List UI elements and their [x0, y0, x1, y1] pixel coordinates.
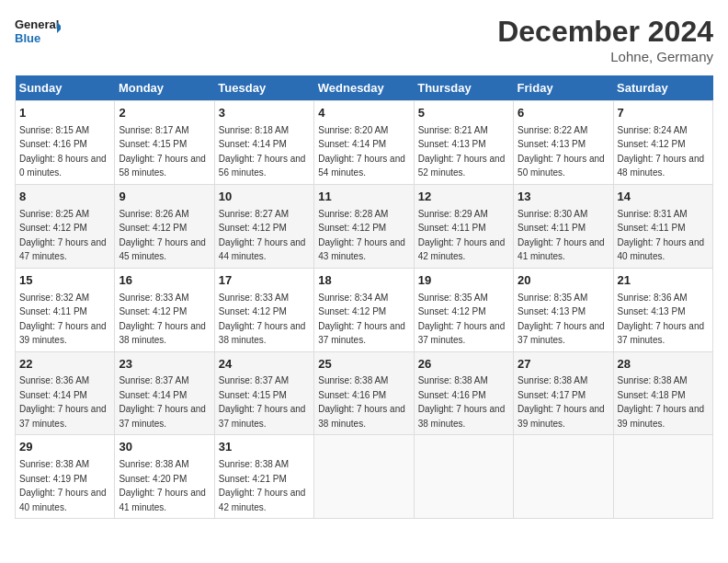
daylight-text: Daylight: 7 hours and 42 minutes. [219, 488, 306, 512]
sunset-text: Sunset: 4:20 PM [119, 474, 187, 484]
daylight-text: Daylight: 7 hours and 38 minutes. [418, 404, 506, 429]
day-number: 20 [518, 272, 609, 290]
sunset-text: Sunset: 4:16 PM [19, 139, 87, 149]
daylight-text: Daylight: 7 hours and 45 minutes. [119, 237, 206, 262]
calendar-week-row: 29 Sunrise: 8:38 AM Sunset: 4:19 PM Dayl… [16, 435, 713, 519]
day-number: 29 [19, 439, 110, 456]
sunset-text: Sunset: 4:21 PM [219, 474, 287, 484]
sunrise-text: Sunrise: 8:27 AM [219, 209, 289, 219]
sunset-text: Sunset: 4:12 PM [19, 223, 87, 233]
sunrise-text: Sunrise: 8:38 AM [318, 375, 388, 385]
calendar-day-cell: 5 Sunrise: 8:21 AM Sunset: 4:13 PM Dayli… [414, 101, 513, 185]
calendar-day-cell: 14 Sunrise: 8:31 AM Sunset: 4:11 PM Dayl… [613, 184, 712, 268]
sunset-text: Sunset: 4:13 PM [518, 139, 586, 149]
calendar-day-cell: 12 Sunrise: 8:29 AM Sunset: 4:11 PM Dayl… [414, 184, 513, 268]
day-number: 10 [219, 189, 310, 206]
day-number: 2 [119, 105, 210, 122]
daylight-text: Daylight: 7 hours and 42 minutes. [418, 237, 506, 262]
sunrise-text: Sunrise: 8:35 AM [518, 293, 587, 303]
sunrise-text: Sunrise: 8:38 AM [618, 375, 688, 385]
day-number: 31 [219, 439, 310, 456]
sunset-text: Sunset: 4:12 PM [618, 139, 686, 149]
svg-text:General: General [15, 17, 59, 31]
daylight-text: Daylight: 7 hours and 38 minutes. [318, 404, 405, 429]
daylight-text: Daylight: 7 hours and 44 minutes. [219, 237, 306, 262]
day-number: 16 [119, 272, 210, 290]
logo-svg: General Blue [15, 15, 61, 48]
month-title: December 2024 [497, 15, 713, 49]
calendar-day-cell [613, 435, 712, 519]
day-number: 17 [219, 272, 310, 290]
calendar-day-cell: 3 Sunrise: 8:18 AM Sunset: 4:14 PM Dayli… [214, 101, 313, 185]
day-number: 28 [618, 356, 709, 373]
day-number: 1 [19, 105, 110, 122]
calendar-day-cell: 21 Sunrise: 8:36 AM Sunset: 4:13 PM Dayl… [613, 268, 712, 351]
sunrise-text: Sunrise: 8:24 AM [618, 125, 688, 135]
calendar-week-row: 1 Sunrise: 8:15 AM Sunset: 4:16 PM Dayli… [16, 101, 713, 185]
sunrise-text: Sunrise: 8:21 AM [418, 125, 488, 135]
day-number: 4 [318, 105, 409, 122]
sunrise-text: Sunrise: 8:38 AM [19, 459, 89, 469]
sunrise-text: Sunrise: 8:38 AM [518, 375, 587, 385]
sunset-text: Sunset: 4:14 PM [19, 390, 87, 400]
sunrise-text: Sunrise: 8:18 AM [219, 125, 289, 135]
calendar-day-cell: 19 Sunrise: 8:35 AM Sunset: 4:12 PM Dayl… [414, 268, 513, 351]
calendar-day-cell: 23 Sunrise: 8:37 AM Sunset: 4:14 PM Dayl… [115, 351, 214, 435]
daylight-text: Daylight: 7 hours and 50 minutes. [518, 154, 605, 178]
day-of-week-header: Wednesday [314, 75, 414, 101]
sunrise-text: Sunrise: 8:33 AM [219, 293, 289, 303]
sunset-text: Sunset: 4:16 PM [418, 390, 486, 400]
day-number: 23 [119, 356, 210, 373]
sunrise-text: Sunrise: 8:34 AM [318, 293, 388, 303]
sunset-text: Sunset: 4:12 PM [418, 306, 486, 316]
day-of-week-header: Monday [115, 75, 214, 101]
day-number: 8 [19, 189, 110, 206]
daylight-text: Daylight: 7 hours and 41 minutes. [518, 237, 605, 262]
day-number: 13 [518, 189, 609, 206]
calendar-day-cell [414, 435, 513, 519]
sunrise-text: Sunrise: 8:30 AM [518, 209, 587, 219]
day-number: 7 [618, 105, 709, 122]
day-number: 27 [518, 356, 609, 373]
calendar-day-cell: 4 Sunrise: 8:20 AM Sunset: 4:14 PM Dayli… [314, 101, 414, 185]
calendar-day-cell: 25 Sunrise: 8:38 AM Sunset: 4:16 PM Dayl… [314, 351, 414, 435]
calendar-day-cell [514, 435, 613, 519]
day-of-week-header: Sunday [16, 75, 115, 101]
sunset-text: Sunset: 4:18 PM [618, 390, 686, 400]
sunset-text: Sunset: 4:15 PM [219, 390, 287, 400]
sunrise-text: Sunrise: 8:17 AM [119, 125, 188, 135]
sunset-text: Sunset: 4:14 PM [318, 139, 386, 149]
day-number: 26 [418, 356, 509, 373]
calendar-body: 1 Sunrise: 8:15 AM Sunset: 4:16 PM Dayli… [16, 101, 713, 519]
daylight-text: Daylight: 7 hours and 40 minutes. [618, 237, 705, 262]
day-number: 21 [618, 272, 709, 290]
daylight-text: Daylight: 7 hours and 58 minutes. [119, 154, 206, 178]
calendar-day-cell: 29 Sunrise: 8:38 AM Sunset: 4:19 PM Dayl… [16, 435, 115, 519]
day-number: 5 [418, 105, 509, 122]
daylight-text: Daylight: 7 hours and 37 minutes. [19, 404, 107, 429]
day-number: 15 [19, 272, 110, 290]
sunrise-text: Sunrise: 8:20 AM [318, 125, 388, 135]
calendar-day-cell: 24 Sunrise: 8:37 AM Sunset: 4:15 PM Dayl… [214, 351, 313, 435]
daylight-text: Daylight: 7 hours and 37 minutes. [219, 404, 306, 429]
daylight-text: Daylight: 7 hours and 38 minutes. [219, 321, 306, 346]
sunset-text: Sunset: 4:14 PM [219, 139, 287, 149]
day-number: 6 [518, 105, 609, 122]
daylight-text: Daylight: 7 hours and 56 minutes. [219, 154, 306, 178]
daylight-text: Daylight: 7 hours and 37 minutes. [518, 321, 605, 346]
day-of-week-header: Tuesday [214, 75, 313, 101]
daylight-text: Daylight: 7 hours and 41 minutes. [119, 488, 206, 512]
day-of-week-header: Saturday [613, 75, 712, 101]
sunrise-text: Sunrise: 8:36 AM [19, 375, 89, 385]
calendar-day-cell: 18 Sunrise: 8:34 AM Sunset: 4:12 PM Dayl… [314, 268, 414, 351]
sunset-text: Sunset: 4:14 PM [119, 390, 187, 400]
sunset-text: Sunset: 4:15 PM [119, 139, 187, 149]
sunset-text: Sunset: 4:11 PM [618, 223, 686, 233]
sunrise-text: Sunrise: 8:31 AM [618, 209, 688, 219]
daylight-text: Daylight: 7 hours and 52 minutes. [418, 154, 506, 178]
sunset-text: Sunset: 4:19 PM [19, 474, 87, 484]
calendar-week-row: 15 Sunrise: 8:32 AM Sunset: 4:11 PM Dayl… [16, 268, 713, 351]
day-number: 14 [618, 189, 709, 206]
sunrise-text: Sunrise: 8:25 AM [19, 209, 89, 219]
sunrise-text: Sunrise: 8:38 AM [119, 459, 188, 469]
